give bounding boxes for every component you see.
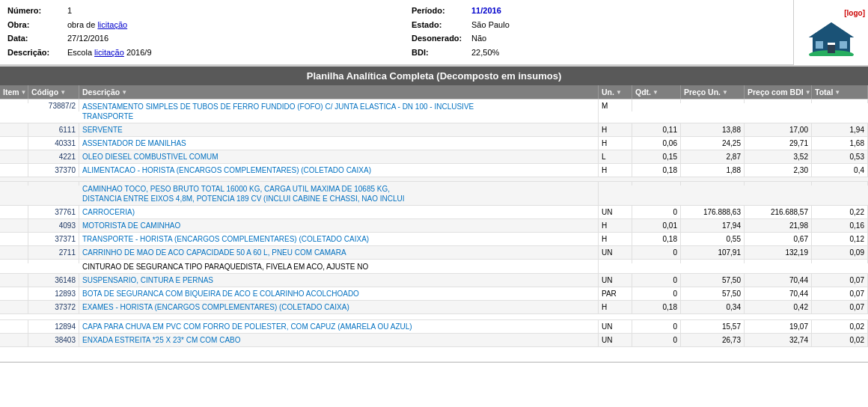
cell-prebdi: 132,19 (745, 246, 812, 259)
cell-desc: ENXADA ESTREITA *25 X 23* CM COM CABO (79, 334, 599, 346)
cell-qdt: 0,18 (632, 233, 681, 245)
cell-un: UN (599, 246, 632, 259)
cell-code: 73887/2 (28, 100, 79, 111)
cell-total: 0,22 (812, 206, 868, 218)
cell-un: H (599, 233, 632, 245)
col-preco-bdi[interactable]: Preço com BDI ▼ (745, 85, 812, 99)
cell-item (0, 233, 28, 245)
sort-prebdi-icon[interactable]: ▼ (805, 89, 811, 96)
cell-desc: CARROCERIA) (79, 206, 599, 218)
desonerado-value: Não (471, 32, 486, 45)
cell-prebdi: 32,74 (745, 334, 812, 346)
descricao-value: Escola licitação 2016/9 (67, 46, 152, 59)
cell-item (0, 123, 28, 136)
cell-code (28, 260, 79, 263)
cell-preco: 57,50 (681, 274, 745, 287)
cell-un (599, 182, 632, 186)
cell-preco: 176.888,63 (681, 206, 745, 218)
cell-un: PAR (599, 287, 632, 300)
col-item[interactable]: Item ▼ (0, 85, 28, 99)
column-headers: Item ▼ Código ▼ Descrição ▼ Un. ▼ Qdt. ▼… (0, 85, 868, 100)
cell-item (0, 206, 28, 218)
cell-desc: ASSENTAMENTO SIMPLES DE TUBOS DE FERRO F… (79, 100, 599, 123)
cell-item (0, 150, 28, 163)
cell-total: 0,07 (812, 274, 868, 287)
cell-qdt (632, 260, 681, 263)
table-row: CINTURAO DE SEGURANCA TIPO PARAQUEDISTA,… (0, 260, 868, 274)
table-title: Planilha Analítica Completa (Decomposto … (0, 67, 868, 85)
cell-prebdi (745, 100, 812, 103)
numero-value: 1 (67, 4, 72, 17)
cell-total (812, 260, 868, 263)
cell-total: 0,53 (812, 150, 868, 163)
cell-desc: MOTORISTA DE CAMINHAO (79, 219, 599, 232)
cell-desc: CINTURAO DE SEGURANCA TIPO PARAQUEDISTA,… (79, 260, 599, 273)
cell-total: 0,02 (812, 320, 868, 333)
col-codigo[interactable]: Código ▼ (28, 85, 79, 99)
cell-item (0, 274, 28, 287)
cell-total: 0,07 (812, 287, 868, 300)
sort-item-icon[interactable]: ▼ (21, 89, 27, 96)
table-row: 36148 SUSPENSARIO, CINTURA E PERNAS UN 0… (0, 274, 868, 287)
cell-prebdi (745, 260, 812, 263)
cell-prebdi: 21,98 (745, 219, 812, 232)
cell-un: UN (599, 334, 632, 346)
sort-codigo-icon[interactable]: ▼ (60, 89, 66, 96)
sort-un-icon[interactable]: ▼ (616, 89, 622, 96)
obra-value: obra de licitação (67, 19, 127, 31)
cell-code: 36148 (28, 274, 79, 287)
cell-desc: ASSENTADOR DE MANILHAS (79, 137, 599, 150)
sort-qdt-icon[interactable]: ▼ (652, 89, 658, 96)
cell-item (0, 219, 28, 232)
sort-descricao-icon[interactable]: ▼ (121, 89, 127, 96)
cell-code: 37372 (28, 301, 79, 313)
cell-prebdi: 17,00 (745, 123, 812, 136)
cell-code: 37761 (28, 206, 79, 218)
table-row: 6111 SERVENTE H 0,11 13,88 17,00 1,94 (0, 123, 868, 137)
cell-un: UN (599, 320, 632, 333)
sort-preco-icon[interactable]: ▼ (722, 89, 728, 96)
numero-label: Número: (7, 4, 67, 17)
col-total[interactable]: Total ▼ (812, 85, 868, 99)
cell-item (0, 164, 28, 177)
cell-code: 37370 (28, 164, 79, 177)
obra-link[interactable]: licitação (97, 20, 127, 29)
cell-code (28, 182, 79, 186)
obra-label: Obra: (7, 19, 67, 31)
cell-qdt: 0 (632, 274, 681, 287)
cell-desc: TRANSPORTE - HORISTA (ENCARGOS COMPLEMEN… (79, 233, 599, 245)
svg-marker-1 (809, 22, 854, 37)
cell-un: UN (599, 274, 632, 287)
cell-qdt: 0,11 (632, 123, 681, 136)
col-un[interactable]: Un. ▼ (599, 85, 632, 99)
table-row: 38403 ENXADA ESTREITA *25 X 23* CM COM C… (0, 334, 868, 347)
table-row: 37761 CARROCERIA) UN 0 176.888,63 216.68… (0, 206, 868, 219)
cell-preco: 15,57 (681, 320, 745, 333)
col-qdt[interactable]: Qdt. ▼ (632, 85, 681, 99)
cell-total: 1,94 (812, 123, 868, 136)
cell-preco: 26,73 (681, 334, 745, 346)
cell-un (599, 260, 632, 263)
header-right: Período: 11/2016 Estado: São Paulo Deson… (382, 4, 786, 60)
cell-desc: BOTA DE SEGURANCA COM BIQUEIRA DE ACO E … (79, 287, 599, 300)
cell-desc: OLEO DIESEL COMBUSTIVEL COMUM (79, 150, 599, 163)
cell-qdt: 0 (632, 334, 681, 346)
col-descricao[interactable]: Descrição ▼ (79, 85, 599, 99)
cell-item (0, 182, 28, 186)
cell-code: 40331 (28, 137, 79, 150)
cell-code: 6111 (28, 123, 79, 136)
cell-preco: 24,25 (681, 137, 745, 150)
cell-preco: 0,55 (681, 233, 745, 245)
cell-preco: 1,88 (681, 164, 745, 177)
cell-prebdi: 29,71 (745, 137, 812, 150)
table-row: CAMINHAO TOCO, PESO BRUTO TOTAL 16000 KG… (0, 182, 868, 206)
cell-qdt: 0,06 (632, 137, 681, 150)
cell-prebdi: 2,30 (745, 164, 812, 177)
col-preco-un[interactable]: Preço Un. ▼ (681, 85, 745, 99)
sort-total-icon[interactable]: ▼ (834, 89, 840, 96)
cell-desc: SERVENTE (79, 123, 599, 136)
table-row: 12894 CAPA PARA CHUVA EM PVC COM FORRO D… (0, 320, 868, 334)
descricao-link[interactable]: licitação (94, 48, 124, 57)
cell-total: 0,02 (812, 334, 868, 346)
table-row: 12893 BOTA DE SEGURANCA COM BIQUEIRA DE … (0, 287, 868, 301)
